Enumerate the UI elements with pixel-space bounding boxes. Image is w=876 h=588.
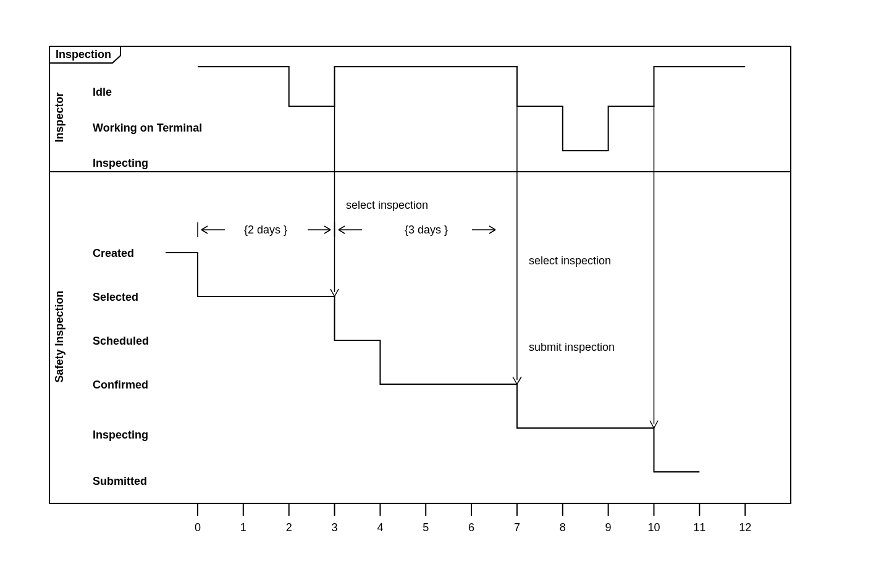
- timing-diagram: Inspection Inspector Safety Inspection I…: [0, 0, 876, 588]
- svg-text:8: 8: [560, 521, 566, 534]
- inspector-timeline: [198, 67, 745, 151]
- frame-tab-label: Inspection: [56, 48, 111, 61]
- message-select-3: [331, 106, 339, 296]
- frame-tab: Inspection: [49, 46, 120, 63]
- message-submit-10-label: submit inspection: [529, 341, 615, 353]
- message-submit-10: [650, 106, 658, 428]
- inspector-state-working: Working on Terminal: [93, 122, 202, 134]
- svg-text:1: 1: [240, 521, 246, 534]
- safety-lane-label: Safety Inspection: [53, 290, 65, 382]
- svg-text:12: 12: [739, 521, 751, 534]
- safety-state-inspecting: Inspecting: [93, 429, 148, 441]
- duration-2days-label: {2 days }: [244, 224, 287, 236]
- svg-text:9: 9: [605, 521, 612, 534]
- safety-timeline: [166, 253, 699, 472]
- time-axis-labels: 0 1 2 3 4 5 6 7 8 9 10 11 12: [195, 521, 751, 534]
- svg-text:3: 3: [331, 521, 337, 534]
- svg-text:10: 10: [647, 521, 660, 534]
- safety-state-scheduled: Scheduled: [93, 335, 149, 347]
- inspector-state-idle: Idle: [93, 86, 112, 98]
- safety-state-submitted: Submitted: [93, 475, 147, 487]
- message-select-3-label: select inspection: [346, 199, 428, 211]
- svg-text:7: 7: [514, 521, 520, 534]
- svg-text:0: 0: [195, 521, 201, 534]
- message-select-7: [513, 106, 521, 384]
- svg-text:5: 5: [423, 521, 429, 534]
- time-axis: [198, 503, 745, 516]
- message-select-7-label: select inspection: [529, 254, 611, 267]
- svg-text:Safety Inspection: Safety Inspection: [53, 290, 65, 382]
- svg-text:4: 4: [377, 521, 383, 534]
- safety-state-selected: Selected: [93, 291, 138, 303]
- duration-3days-label: {3 days }: [405, 224, 448, 236]
- safety-state-created: Created: [93, 247, 134, 259]
- safety-state-confirmed: Confirmed: [93, 379, 148, 391]
- svg-text:11: 11: [693, 521, 705, 534]
- svg-text:2: 2: [286, 521, 292, 534]
- svg-text:Inspector: Inspector: [53, 92, 65, 142]
- diagram-frame: [49, 46, 791, 503]
- svg-text:6: 6: [468, 521, 474, 534]
- inspector-lane-label: Inspector: [53, 92, 65, 142]
- inspector-state-inspecting: Inspecting: [93, 157, 148, 169]
